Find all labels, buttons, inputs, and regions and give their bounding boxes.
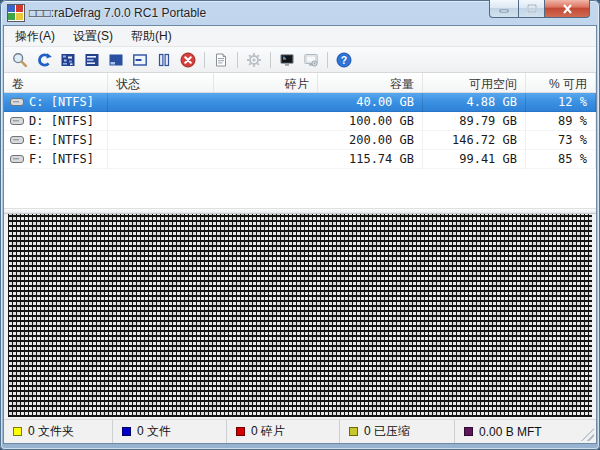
volume-capacity: 40.00 GB bbox=[318, 93, 423, 112]
status-pane-mft: 0.00 B MFT bbox=[455, 420, 596, 443]
window-controls bbox=[489, 0, 590, 18]
monitor-icon bbox=[279, 52, 295, 68]
volume-percent: 73 % bbox=[526, 131, 596, 150]
pause-icon bbox=[156, 52, 172, 68]
fragmented-count: 0 碎片 bbox=[251, 423, 285, 440]
close-button[interactable] bbox=[545, 0, 590, 18]
drive-icon bbox=[10, 97, 24, 107]
minimize-button[interactable] bbox=[489, 0, 518, 18]
boot-script-button[interactable] bbox=[299, 49, 323, 71]
settings-button[interactable] bbox=[242, 49, 266, 71]
files-legend-swatch bbox=[122, 427, 131, 436]
column-header-volume[interactable]: 卷 bbox=[4, 73, 108, 92]
quick-optimize-button[interactable] bbox=[80, 49, 104, 71]
report-icon bbox=[213, 52, 229, 68]
volume-free: 99.41 GB bbox=[423, 150, 526, 169]
volume-percent: 89 % bbox=[526, 112, 596, 131]
full-optimize-icon bbox=[108, 52, 124, 68]
help-button[interactable]: ? bbox=[332, 49, 356, 71]
defragment-button[interactable] bbox=[56, 49, 80, 71]
column-header-fragmentation[interactable]: 碎片 bbox=[214, 73, 318, 92]
toolbar-separator bbox=[270, 52, 271, 68]
toolbar: ? bbox=[4, 47, 596, 73]
menubar: 操作(A) 设置(S) 帮助(H) bbox=[4, 26, 596, 47]
client-area: 操作(A) 设置(S) 帮助(H) bbox=[4, 26, 596, 443]
svg-text:?: ? bbox=[341, 54, 347, 66]
refresh-icon bbox=[36, 52, 52, 68]
volumes-panel: 卷 状态 碎片 容量 可用空间 % 可用 C: [NTFS] 40.00 GB … bbox=[4, 73, 596, 209]
volume-capacity: 115.74 GB bbox=[318, 150, 423, 169]
volume-percent: 12 % bbox=[526, 93, 596, 112]
volume-label: E: [NTFS] bbox=[29, 131, 94, 150]
compressed-legend-swatch bbox=[349, 427, 358, 436]
minimize-icon bbox=[499, 4, 509, 13]
volume-capacity: 100.00 GB bbox=[318, 112, 423, 131]
column-header-percent[interactable]: % 可用 bbox=[526, 73, 596, 92]
drive-icon bbox=[10, 116, 24, 126]
volume-label: C: [NTFS] bbox=[29, 93, 94, 112]
column-header-free[interactable]: 可用空间 bbox=[423, 73, 526, 92]
volume-label: D: [NTFS] bbox=[29, 112, 94, 131]
analyze-button[interactable] bbox=[8, 49, 32, 71]
column-header-capacity[interactable]: 容量 bbox=[318, 73, 423, 92]
status-pane-folders: 0 文件夹 bbox=[4, 420, 113, 443]
toolbar-separator bbox=[204, 52, 205, 68]
window-title: □□□:raDefrag 7.0.0 RC1 Portable bbox=[29, 6, 206, 20]
close-icon bbox=[562, 4, 573, 14]
status-pane-fragmented: 0 碎片 bbox=[227, 420, 340, 443]
maximize-icon bbox=[527, 4, 537, 14]
folders-legend-swatch bbox=[13, 427, 22, 436]
volume-row-c[interactable]: C: [NTFS] 40.00 GB 4.88 GB 12 % bbox=[4, 93, 596, 112]
maximize-button[interactable] bbox=[518, 0, 545, 18]
drive-icon bbox=[10, 135, 24, 145]
help-icon: ? bbox=[336, 52, 352, 68]
statusbar: 0 文件夹 0 文件 0 碎片 0 已压缩 0.00 B MFT bbox=[4, 419, 596, 443]
folders-count: 0 文件夹 bbox=[28, 423, 74, 440]
gear-icon bbox=[246, 52, 262, 68]
quick-optimize-icon bbox=[84, 52, 100, 68]
menu-settings[interactable]: 设置(S) bbox=[64, 25, 122, 48]
volume-percent: 85 % bbox=[526, 150, 596, 169]
app-icon bbox=[8, 5, 24, 21]
toolbar-separator bbox=[327, 52, 328, 68]
volume-capacity: 200.00 GB bbox=[318, 131, 423, 150]
magnifier-icon bbox=[12, 52, 28, 68]
mft-legend-swatch bbox=[464, 427, 473, 436]
pause-button[interactable] bbox=[152, 49, 176, 71]
volume-free: 146.72 GB bbox=[423, 131, 526, 150]
status-pane-compressed: 0 已压缩 bbox=[340, 420, 455, 443]
stop-button[interactable] bbox=[176, 49, 200, 71]
volume-label: F: [NTFS] bbox=[29, 150, 94, 169]
drive-icon bbox=[10, 154, 24, 164]
fragmented-legend-swatch bbox=[236, 427, 245, 436]
mft-size: 0.00 B MFT bbox=[479, 425, 542, 439]
toolbar-separator bbox=[237, 52, 238, 68]
volume-row-e[interactable]: E: [NTFS] 200.00 GB 146.72 GB 73 % bbox=[4, 131, 596, 150]
report-button[interactable] bbox=[209, 49, 233, 71]
volume-free: 4.88 GB bbox=[423, 93, 526, 112]
volumes-header: 卷 状态 碎片 容量 可用空间 % 可用 bbox=[4, 73, 596, 93]
files-count: 0 文件 bbox=[137, 423, 171, 440]
repeat-button[interactable] bbox=[32, 49, 56, 71]
volume-free: 89.79 GB bbox=[423, 112, 526, 131]
titlebar[interactable]: □□□:raDefrag 7.0.0 RC1 Portable bbox=[0, 0, 600, 26]
optimize-mft-button[interactable] bbox=[128, 49, 152, 71]
mft-icon bbox=[132, 52, 148, 68]
menu-action[interactable]: 操作(A) bbox=[6, 25, 64, 48]
stop-icon bbox=[180, 52, 196, 68]
compressed-count: 0 已压缩 bbox=[364, 423, 410, 440]
status-pane-files: 0 文件 bbox=[113, 420, 227, 443]
volume-row-d[interactable]: D: [NTFS] 100.00 GB 89.79 GB 89 % bbox=[4, 112, 596, 131]
cluster-map bbox=[8, 214, 592, 417]
app-window: □□□:raDefrag 7.0.0 RC1 Portable 操作(A) 设置… bbox=[0, 0, 600, 450]
menu-help[interactable]: 帮助(H) bbox=[122, 25, 181, 48]
full-optimize-button[interactable] bbox=[104, 49, 128, 71]
defragment-icon bbox=[60, 52, 76, 68]
boot-time-scan-button[interactable] bbox=[275, 49, 299, 71]
volume-row-f[interactable]: F: [NTFS] 115.74 GB 99.41 GB 85 % bbox=[4, 150, 596, 169]
monitor-gear-icon bbox=[303, 52, 319, 68]
column-header-status[interactable]: 状态 bbox=[108, 73, 214, 92]
